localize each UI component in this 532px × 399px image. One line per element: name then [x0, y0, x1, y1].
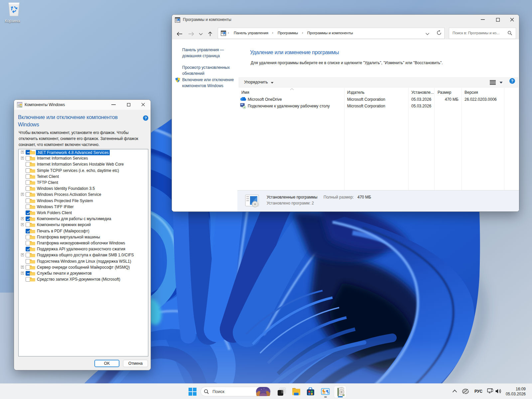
svg-text:?: ?: [511, 79, 513, 83]
svg-text:?: ?: [145, 116, 147, 120]
